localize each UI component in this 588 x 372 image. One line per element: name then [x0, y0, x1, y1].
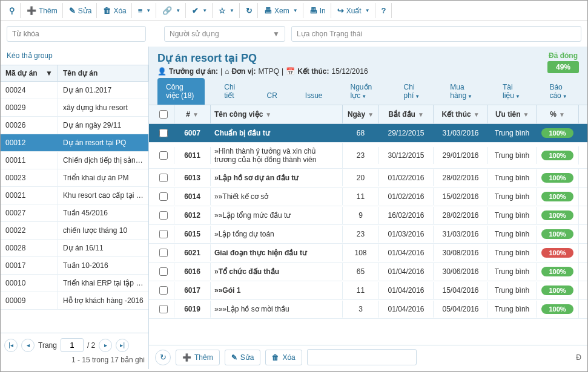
filter-icon[interactable]: ▼ [193, 111, 199, 118]
cell-percent: 100% [537, 281, 579, 299]
tab-purchase[interactable]: Mua hàng▼ [441, 78, 483, 105]
add-button[interactable]: ➕Thêm [22, 3, 63, 18]
keyword-input[interactable] [7, 26, 146, 42]
filter-icon[interactable]: ▼ [368, 111, 374, 118]
project-row[interactable]: 00024Dự án 01.2017 [1, 82, 148, 99]
add-task-button[interactable]: ➕Thêm [176, 350, 220, 365]
edit-button[interactable]: ✎Sửa [64, 3, 97, 18]
page-first[interactable]: |◂ [4, 339, 18, 352]
cell-priority: Trung bình [488, 263, 537, 280]
row-checkbox[interactable] [159, 305, 168, 313]
project-row[interactable]: 00029xây dựng khu resort [1, 99, 148, 117]
row-id: 00021 [1, 187, 58, 204]
cell-percent: 100% [537, 225, 579, 243]
task-row[interactable]: 6007Chuẩn bị đầu tư6829/12/201531/03/201… [149, 124, 587, 143]
link-dropdown[interactable]: 🔗▼ [157, 3, 186, 18]
project-row[interactable]: 00010Triển khai ERP tại tập đoàn [1, 275, 148, 292]
status-select[interactable]: Lựa chọn Trạng thái [291, 26, 581, 42]
project-row[interactable]: 00011Chiến dịch tiếp thị sản phẩm [1, 152, 148, 169]
row-checkbox[interactable] [159, 230, 168, 238]
row-id: 00027 [1, 204, 58, 221]
col-number[interactable]: #▼ [174, 105, 211, 123]
col-days[interactable]: Ngày▼ [343, 105, 379, 123]
select-all-checkbox[interactable] [159, 110, 168, 119]
cell-name: »Lập hồ sơ dự án đầu tư [211, 169, 343, 186]
task-row[interactable]: 6019»»»Lập hồ sơ mời thầu301/04/201605/0… [149, 300, 587, 319]
filter-icon[interactable]: ▼ [559, 111, 565, 118]
refresh-grid-button[interactable]: ↻ [155, 350, 171, 365]
tab-report[interactable]: Báo cáo▼ [541, 78, 579, 105]
row-id: 00011 [1, 152, 58, 169]
tab-cost[interactable]: Chi phí▼ [395, 78, 431, 105]
bottom-toolbar: ↻ ➕Thêm ✎Sửa 🗑Xóa Đ [149, 345, 587, 369]
col-project-id[interactable]: Mã dự án▼ [1, 65, 58, 81]
filter-icon[interactable]: ▼ [418, 111, 424, 118]
row-checkbox[interactable] [159, 211, 168, 220]
user-select[interactable]: Người sử dụng▼ [164, 26, 285, 42]
tab-resource[interactable]: Nguồn lực▼ [342, 78, 385, 105]
cell-days: 3 [343, 301, 379, 318]
col-priority[interactable]: Ưu tiên▼ [488, 105, 537, 123]
row-checkbox[interactable] [159, 151, 168, 160]
edit-task-button[interactable]: ✎Sửa [225, 350, 261, 365]
filter-icon[interactable]: ▼ [474, 111, 480, 118]
project-row[interactable]: 00028Dự án 16/11 [1, 240, 148, 257]
row-checkbox[interactable] [159, 286, 168, 295]
filter-icon[interactable]: ▼ [523, 111, 529, 118]
row-checkbox[interactable] [159, 174, 168, 182]
project-row[interactable]: 00027Tuần 45/2016 [1, 204, 148, 222]
page-next[interactable]: ▸ [99, 339, 112, 352]
help-button[interactable]: ? [377, 3, 392, 18]
filter-icon[interactable]: ▼ [45, 69, 53, 77]
row-id: 00022 [1, 222, 58, 239]
col-start[interactable]: Bắt đầu▼ [379, 105, 434, 123]
project-row[interactable]: 00017Tuần 10-2016 [1, 257, 148, 275]
delete-button[interactable]: 🗑Xóa [98, 3, 131, 18]
view-dropdown[interactable]: 🖶Xem▼ [259, 3, 303, 18]
task-row[interactable]: 6011»Hình thành ý tưởng và xin chủ trươn… [149, 143, 587, 169]
progress-value: 49% [547, 61, 579, 73]
row-checkbox[interactable] [159, 192, 168, 201]
page-last[interactable]: ▸| [116, 339, 129, 352]
task-row[interactable]: 6017»»Gói 11101/04/201615/04/2016Trung b… [149, 281, 587, 300]
tab-detail[interactable]: Chi tiết [216, 78, 247, 105]
group-drop-area[interactable]: Kéo thả group [1, 47, 148, 65]
col-project-name[interactable]: Tên dự án [58, 65, 148, 81]
project-row[interactable]: 00009Hỗ trợ khách hàng -2016 [1, 292, 148, 310]
tab-issue[interactable]: Issue [297, 86, 331, 105]
check-dropdown[interactable]: ✔▼ [187, 3, 213, 18]
row-checkbox[interactable] [159, 267, 168, 276]
project-row[interactable]: 00022chiến lược tháng 10 [1, 222, 148, 240]
project-row[interactable]: 00012Dự án resort tại PQ [1, 134, 148, 152]
col-task-name[interactable]: Tên công việc▼ [211, 105, 343, 123]
task-row[interactable]: 6016»Tổ chức đấu thầu6501/04/201630/06/2… [149, 263, 587, 281]
project-list-panel: Kéo thả group Mã dự án▼ Tên dự án 00024D… [1, 47, 149, 369]
row-checkbox[interactable] [159, 129, 168, 137]
task-row[interactable]: 6012»»Lập tổng mức đầu tư916/02/201628/0… [149, 206, 587, 225]
row-name: Chiến dịch tiếp thị sản phẩm [58, 152, 148, 169]
filter-icon[interactable]: ▼ [265, 111, 271, 118]
refresh-button[interactable]: ↻ [241, 3, 258, 18]
delete-task-button[interactable]: 🗑Xóa [265, 350, 302, 365]
tab-work[interactable]: Công việc (18) [157, 78, 205, 105]
task-row[interactable]: 6015»Lập tổng dự toán2301/03/201631/03/2… [149, 225, 587, 244]
task-row[interactable]: 6021Giai đoạn thực hiện đầu tư10801/04/2… [149, 244, 587, 263]
star-dropdown[interactable]: ☆▼ [214, 3, 240, 18]
menu-dropdown[interactable]: ≡▼ [133, 3, 157, 18]
task-row[interactable]: 6013»Lập hồ sơ dự án đầu tư2001/02/20162… [149, 169, 587, 188]
col-end[interactable]: Kết thúc▼ [434, 105, 488, 123]
export-dropdown[interactable]: ↪Xuất▼ [332, 3, 375, 18]
page-input[interactable] [61, 338, 84, 352]
row-checkbox[interactable] [159, 249, 168, 257]
tab-cr[interactable]: CR [258, 86, 285, 105]
bottom-input[interactable] [307, 349, 417, 365]
project-row[interactable]: 00021Khu resort cao cấp tại Vũng [1, 187, 148, 204]
task-row[interactable]: 6014»»Thiết kế cơ sở1101/02/201615/02/20… [149, 188, 587, 206]
binoculars-icon[interactable]: ⚲ [4, 3, 21, 18]
project-row[interactable]: 00026Dự án ngày 29/11 [1, 117, 148, 134]
col-percent[interactable]: %▼ [537, 105, 579, 123]
print-button[interactable]: 🖶In [305, 3, 331, 18]
page-prev[interactable]: ◂ [21, 339, 35, 352]
tab-doc[interactable]: Tài liệu▼ [494, 78, 530, 105]
project-row[interactable]: 00023Triển khai dự án PM [1, 169, 148, 187]
